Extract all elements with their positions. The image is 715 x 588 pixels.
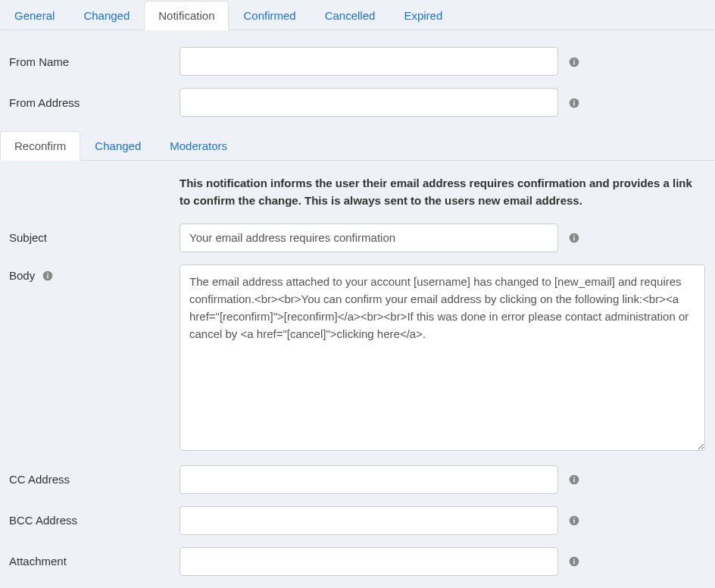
- label-bcc-address: BCC Address: [0, 514, 180, 527]
- label-attachment: Attachment: [0, 555, 180, 568]
- description-text: This notification informs the user their…: [180, 174, 715, 210]
- row-attachment: Attachment: [0, 541, 715, 582]
- sub-tabs: Reconfirm Changed Moderators: [0, 130, 715, 161]
- label-body: Body: [0, 264, 180, 282]
- description-row: This notification informs the user their…: [0, 161, 715, 217]
- row-cc-address: CC Address: [0, 459, 715, 500]
- row-body: Body: [0, 258, 715, 459]
- main-tabs: General Changed Notification Confirmed C…: [0, 0, 715, 30]
- label-from-address: From Address: [0, 96, 180, 109]
- svg-rect-8: [573, 235, 575, 236]
- label-cc-address: CC Address: [0, 473, 180, 486]
- tab-cancelled[interactable]: Cancelled: [311, 1, 390, 30]
- row-subject: Subject: [0, 217, 715, 258]
- tab-general[interactable]: General: [0, 1, 69, 30]
- tab-expired[interactable]: Expired: [389, 1, 457, 30]
- tab-changed[interactable]: Changed: [69, 1, 144, 30]
- subtab-reconfirm[interactable]: Reconfirm: [0, 131, 80, 161]
- textarea-body[interactable]: [180, 264, 705, 451]
- svg-rect-7: [573, 237, 575, 241]
- subtab-changed[interactable]: Changed: [80, 131, 155, 161]
- info-icon[interactable]: [569, 514, 579, 527]
- svg-rect-1: [573, 61, 575, 64]
- info-icon[interactable]: [569, 473, 579, 486]
- row-from-address: From Address: [0, 82, 715, 123]
- svg-rect-5: [573, 100, 575, 102]
- input-subject[interactable]: [180, 224, 558, 252]
- row-bcc-address: BCC Address: [0, 500, 715, 541]
- info-icon[interactable]: [569, 55, 579, 68]
- input-bcc-address[interactable]: [180, 506, 558, 535]
- svg-rect-19: [573, 561, 575, 565]
- input-from-name[interactable]: [180, 47, 558, 76]
- subtab-moderators[interactable]: Moderators: [155, 131, 242, 161]
- info-icon[interactable]: [569, 96, 579, 109]
- svg-rect-10: [48, 274, 49, 278]
- svg-rect-2: [573, 59, 575, 61]
- label-from-name: From Name: [0, 55, 180, 68]
- svg-rect-11: [48, 273, 49, 274]
- svg-rect-17: [573, 518, 575, 519]
- svg-rect-14: [573, 477, 575, 478]
- tab-confirmed[interactable]: Confirmed: [229, 1, 310, 30]
- svg-rect-13: [573, 479, 575, 483]
- input-from-address[interactable]: [180, 88, 558, 117]
- from-section: From Name From Address: [0, 30, 715, 127]
- svg-rect-16: [573, 520, 575, 524]
- row-from-name: From Name: [0, 41, 715, 82]
- label-subject: Subject: [0, 231, 180, 244]
- info-icon[interactable]: [569, 555, 579, 568]
- label-body-text: Body: [9, 269, 35, 282]
- info-icon[interactable]: [569, 231, 579, 244]
- input-attachment[interactable]: [180, 547, 558, 576]
- svg-rect-20: [573, 558, 575, 560]
- input-cc-address[interactable]: [180, 465, 558, 494]
- svg-rect-4: [573, 102, 575, 105]
- tab-notification[interactable]: Notification: [144, 1, 229, 30]
- info-icon[interactable]: [42, 269, 53, 282]
